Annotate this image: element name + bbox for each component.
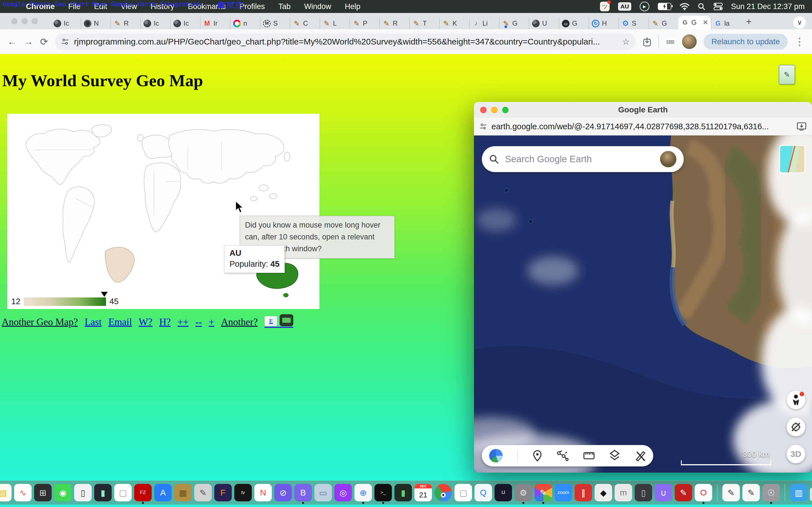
earth-map-view[interactable]: Search Google Earth 3D [474,135,812,473]
dock-news-icon[interactable]: N [254,484,272,501]
link--[interactable]: ++ [177,317,188,328]
link-last[interactable]: Last [85,317,101,328]
dock-terminal-icon[interactable]: >_ [374,484,392,501]
tab-19[interactable]: ⚙S [619,17,649,29]
notification-app-icon[interactable]: ツ [600,2,610,11]
dock-journal-2-icon[interactable]: ✎ [742,484,760,501]
tab-8[interactable]: ✎C [290,17,320,29]
tab-list-icon[interactable]: ≔ [666,36,675,47]
tab-14[interactable]: ♪Li [469,17,499,29]
tab-4[interactable]: Ic [170,17,200,29]
dock-parallels-icon[interactable]: ∥ [574,484,592,501]
reload-button[interactable]: ⟳ [40,36,48,47]
dock-document-2-icon[interactable]: ▢ [455,484,472,501]
dock-slash-app-icon[interactable]: ⊘ [274,484,292,501]
dock-zoom-icon[interactable]: zoom [555,484,572,501]
dock-purple-cat-app-icon[interactable]: ∪ [655,484,672,501]
tab-0[interactable]: Ic [51,17,81,29]
playback-icon[interactable]: ▶ [640,2,649,11]
measure-ruler-icon[interactable] [583,451,595,460]
spotlight-icon[interactable] [698,3,705,10]
earth-site-settings-icon[interactable] [479,123,487,130]
dock-safari-icon[interactable]: ⊕ [354,484,372,501]
menu-item-help[interactable]: Help [338,2,367,11]
dock-app-store-icon[interactable]: A [154,484,172,501]
link-another-[interactable]: Another? [221,317,258,328]
earth-profile-avatar[interactable] [660,151,676,167]
link-h-[interactable]: H? [159,317,171,328]
earth-url-bar[interactable]: earth.google.com/web/@-24.91714697,44.02… [474,118,812,135]
dock-inkscape-icon[interactable]: ◆ [595,484,612,501]
link-another-geo-map-[interactable]: Another Geo Map? [2,317,78,328]
dock-calendar-icon[interactable]: DEC21 [414,484,432,501]
dock-opera-icon[interactable]: O [695,484,712,501]
tab-15[interactable]: ✎G [499,17,529,29]
overview-minimap[interactable] [779,145,805,173]
compass-off-button[interactable] [786,418,805,436]
world-map[interactable] [7,114,319,309]
dock-apple-tv-icon[interactable]: tv [234,484,252,501]
link--[interactable]: -- [195,317,202,328]
tab-2[interactable]: ✎R [110,17,140,29]
dock-quicktime-icon[interactable]: Q [474,484,492,501]
tab-1[interactable]: N [81,17,110,29]
menu-clock[interactable]: Sun 21 Dec 12:37 pm [731,2,805,11]
relaunch-to-update-button[interactable]: Relaunch to update [703,34,788,50]
browser-menu-icon[interactable]: ⋮ [795,36,805,48]
forward-button[interactable]: → [24,36,33,47]
notepad-pencil-image[interactable]: ✎ [779,65,795,84]
path-route-icon[interactable] [557,450,569,461]
tab-9[interactable]: ✎L [320,17,350,29]
tab-13[interactable]: ✎K [439,17,469,29]
dock-intellij-idea-icon[interactable]: IJ [495,484,512,501]
tab-17[interactable]: ωG [559,17,589,29]
dock-gold-app-icon[interactable]: ▦ [174,484,192,501]
dock-freeform-icon[interactable]: ∿ [14,484,32,501]
link--[interactable]: + [209,317,214,328]
dock-dark-terminal-icon[interactable]: ▮ [94,484,112,501]
dock-accessibility-icon[interactable]: ☉ [762,484,780,501]
layers-icon[interactable] [609,450,620,462]
dock-filezilla-icon[interactable]: FZ [134,484,152,501]
search-placeholder[interactable]: Search Google Earth [505,154,654,165]
dock-paint-app-icon[interactable]: ✎ [675,484,692,501]
dock-bbedit-icon[interactable]: B [294,484,312,501]
tab-10[interactable]: ✎P [350,17,379,29]
pegman-button[interactable] [786,391,805,409]
dock-palette-app-icon[interactable]: ✎ [535,484,552,501]
battery-icon[interactable] [658,3,671,10]
window-traffic-lights[interactable] [11,18,38,24]
tab-7[interactable]: MS [260,17,290,29]
dock-system-settings-icon[interactable]: ⚙ [515,484,532,501]
earth-title-bar[interactable]: Google Earth [474,102,812,118]
tab-3[interactable]: Ic [140,17,170,29]
image-links[interactable]: E [264,314,293,328]
omnibox[interactable]: rjmprogramming.com.au/PHP/GeoChart/geo_c… [55,34,636,50]
site-settings-icon[interactable] [61,38,69,46]
menu-item-window[interactable]: Window [297,2,338,11]
minimized-window[interactable] [810,488,812,501]
bookmark-star-icon[interactable]: ☆ [622,37,629,47]
wifi-icon[interactable] [680,3,689,10]
link-email[interactable]: Email [108,317,132,328]
save-page-icon[interactable] [643,37,652,47]
tab-6[interactable]: n [230,17,260,29]
dock-chrome-icon[interactable] [435,484,452,501]
input-source-badge[interactable]: AU [618,2,631,11]
active-tab[interactable]: GG✕ [678,16,711,29]
dock-downloads-icon[interactable]: ▥ [790,484,808,501]
google-earth-window[interactable]: Google Earth earth.google.com/web/@-24.9… [474,102,812,473]
dock-launchpad-icon[interactable]: ⊞ [34,484,52,501]
tools-icon[interactable] [635,450,646,461]
dock-firefox-icon[interactable]: F [214,484,232,501]
dock-journal-icon[interactable]: ✎ [722,484,740,501]
back-button[interactable]: ← [7,36,17,47]
dock-facetime-icon[interactable]: ◉ [54,484,71,501]
url-text[interactable]: rjmprogramming.com.au/PHP/GeoChart/geo_c… [74,37,617,47]
dock-green-terminal-icon[interactable]: ▮ [395,484,412,501]
tab-11[interactable]: ✎R [379,17,409,29]
geochart-map[interactable]: 12 45 [7,114,319,309]
placemark-pin-icon[interactable] [532,450,542,461]
view-3d-button[interactable]: 3D [786,445,805,463]
tab-16[interactable]: U [529,17,559,29]
